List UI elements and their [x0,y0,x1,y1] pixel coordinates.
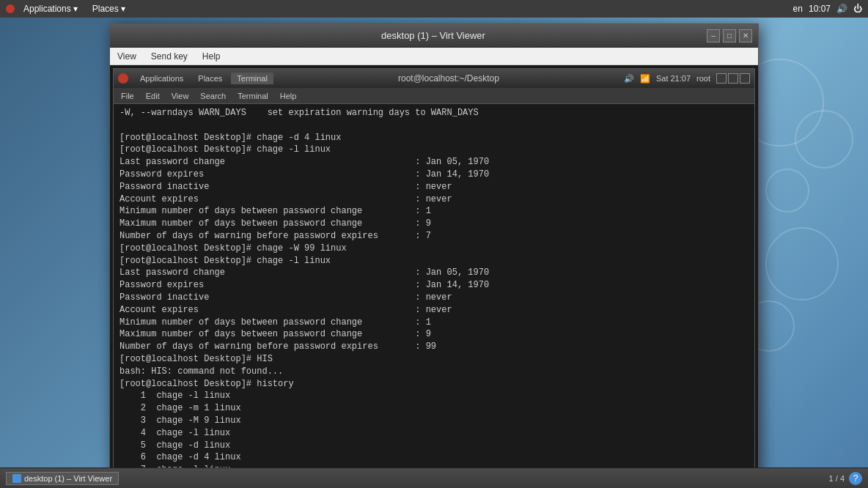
virt-menu-help[interactable]: Help [195,49,228,64]
virt-viewer-window: desktop (1) – Virt Viewer – □ ✕ View Sen… [109,23,759,478]
term-view-menu[interactable]: View [166,90,195,102]
minimize-button[interactable]: – [707,29,720,42]
bottom-page-indicator: 1 / 4 [829,474,845,483]
bottom-taskbar-icon [12,474,21,483]
terminal-outer: Applications Places Terminal root@localh… [110,65,758,477]
virt-menubar: View Send key Help [110,48,758,65]
terminal-content: -W, --warndays WARN_DAYS set expiration … [114,104,754,477]
inner-terminal-area: Applications Places Terminal root@localh… [110,65,758,477]
virt-menu-sendkey[interactable]: Send key [144,49,195,64]
terminal-inner-menubar: File Edit View Search Terminal Help [114,88,754,104]
maximize-button[interactable]: □ [723,29,736,42]
terminal-topbar: Applications Places Terminal root@localh… [114,69,754,88]
term-file-menu[interactable]: File [115,90,140,102]
bottom-page-nav-button[interactable]: ? [849,472,862,485]
terminal-topbar-right: 🔊 📶 Sat 21:07 root [624,73,750,84]
places-menu[interactable]: Places ▾ [87,2,131,15]
clock: 10:07 [809,4,831,14]
terminal-topbar-left: Applications Places Terminal [118,73,273,84]
virt-window-title: desktop (1) – Virt Viewer [160,30,707,41]
terminal-user: root [696,74,710,83]
term-edit-menu[interactable]: Edit [140,90,166,102]
terminal-title: root@localhost:~/Desktop [273,73,624,84]
bottom-virt-viewer-item[interactable]: desktop (1) – Virt Viewer [6,472,119,485]
term-search-menu[interactable]: Search [194,90,232,102]
inner-maximize-btn[interactable] [728,73,738,84]
terminal-apps-menu[interactable]: Applications [134,73,189,84]
system-bar-left: Applications ▾ Places ▾ [6,2,131,15]
power-icon: ⏻ [853,4,862,14]
volume-icon: 🔊 [836,4,847,14]
inner-minimize-btn[interactable] [716,73,727,84]
terminal-window: Applications Places Terminal root@localh… [113,68,755,477]
virt-menu-view[interactable]: View [110,49,144,64]
app-icon [6,4,15,13]
term-help-menu[interactable]: Help [274,90,303,102]
terminal-tab[interactable]: Terminal [231,73,273,84]
bottom-right: 1 / 4 ? [829,472,862,485]
applications-menu[interactable]: Applications ▾ [18,2,84,15]
inner-close-btn[interactable] [740,73,750,84]
bottom-taskbar: desktop (1) – Virt Viewer 1 / 4 ? [0,467,868,488]
window-controls: – □ ✕ [707,29,752,42]
language-indicator: en [793,4,803,14]
system-bar-right: en 10:07 🔊 ⏻ [793,4,862,14]
system-bar: Applications ▾ Places ▾ en 10:07 🔊 ⏻ [0,0,868,18]
term-terminal-menu[interactable]: Terminal [232,90,274,102]
terminal-clock: Sat 21:07 [656,74,691,83]
virt-titlebar: desktop (1) – Virt Viewer – □ ✕ [110,24,758,48]
terminal-volume-icon: 🔊 [624,74,634,84]
terminal-places-menu[interactable]: Places [192,73,228,84]
terminal-wifi-icon: 📶 [640,74,650,84]
close-button[interactable]: ✕ [739,29,752,42]
terminal-apps-icon [118,73,128,84]
